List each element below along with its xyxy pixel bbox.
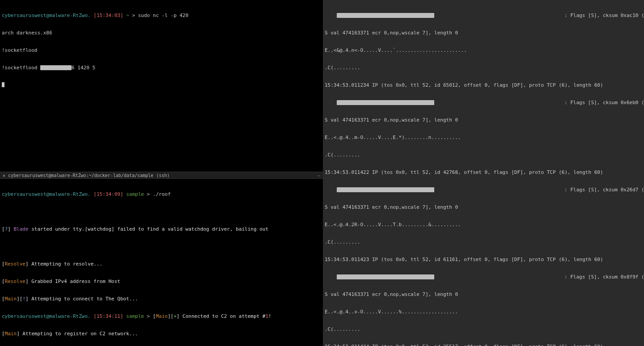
output-line: .C(......... xyxy=(325,239,642,245)
output-line: 15:34:53.011234 IP (tos 0x0, ttl 52, id … xyxy=(325,82,642,88)
output-line: 15:34:53.011423 IP (tos 0x0, ttl 52, id … xyxy=(325,257,642,262)
output-line: X : Flags [S], cksum 0xac10 (correct), s… xyxy=(325,13,642,18)
tab-title[interactable]: cybersauruswest@malware-RtZwo:~/docker-l… xyxy=(8,173,169,178)
prompt-path: ~ xyxy=(126,13,129,18)
terminal-top-pane[interactable]: cybersauruswest@malware-RtZwo. [15:34:03… xyxy=(0,0,323,172)
tcpdump-pane[interactable]: X : Flags [S], cksum 0xac10 (correct), s… xyxy=(323,0,644,346)
minimize-icon[interactable]: — xyxy=(318,173,320,178)
redacted-ip: X xyxy=(40,65,72,70)
cursor-line xyxy=(2,82,321,88)
prompt-line: cybersauruswest@malware-RtZwo. [15:34:03… xyxy=(2,13,321,18)
output-line: .C(......... xyxy=(325,152,642,158)
output-line: .C(......... xyxy=(325,326,642,332)
command-text: sudo nc -l -p 420 xyxy=(138,13,189,18)
output-line: [Main] Attempting to register on C2 netw… xyxy=(2,331,321,337)
output-line: S val 474163371 ecr 0,nop,wscale 7], len… xyxy=(325,30,642,36)
prompt-time: [15:34:03] xyxy=(93,13,123,18)
redacted-ip: X xyxy=(337,274,434,279)
output-line: !socketflood X6 1420 5 xyxy=(2,65,321,71)
output-line: X : Flags [S], cksum 0x6eb0 (correct), s… xyxy=(325,100,642,105)
output-line: [Resolve] Grabbed IPv4 address from Host xyxy=(2,278,321,284)
prompt-host: malware-RtZwo xyxy=(49,13,88,18)
close-icon[interactable]: ✕ xyxy=(3,173,5,178)
output-line: arch darkness.x86 xyxy=(2,30,321,36)
output-line: E..<.@.4..m-O.....V....E.*)........n....… xyxy=(325,135,642,140)
output-line: 15:34:53.011424 IP (tos 0x0, ttl 52, id … xyxy=(325,344,642,346)
redacted-ip: X xyxy=(337,187,434,192)
output-line: 15:34:53.011422 IP (tos 0x0, ttl 52, id … xyxy=(325,169,642,175)
prompt-line: cybersauruswest@malware-RtZwo. [15:34:11… xyxy=(2,313,321,319)
output-line: [Main][!] Attempting to connect to The Q… xyxy=(2,296,321,302)
output-line: S val 474163371 ecr 0,nop,wscale 7], len… xyxy=(325,117,642,123)
left-column: cybersauruswest@malware-RtZwo. [15:34:03… xyxy=(0,0,323,346)
output-line: !socketflood xyxy=(2,47,321,53)
redacted-ip: X xyxy=(337,13,434,18)
prompt-line: cybersauruswest@malware-RtZwo. [15:34:09… xyxy=(2,191,321,197)
prompt-user: cybersauruswest xyxy=(2,13,46,18)
blank-line xyxy=(2,209,321,215)
output-line: X : Flags [S], cksum 0x26d7 (correct), s… xyxy=(325,187,642,193)
output-line: E..<.@.4..x-O.....V......%..............… xyxy=(325,309,642,315)
cursor-icon xyxy=(2,82,4,87)
blank-line xyxy=(2,244,321,249)
output-line: X : Flags [S], cksum 0x8f9f (correct), s… xyxy=(325,274,642,280)
output-line: S val 474163371 ecr 0,nop,wscale 7], len… xyxy=(325,291,642,297)
redacted-ip: X xyxy=(337,100,434,105)
tab-bar: ✕ cybersauruswest@malware-RtZwo:~/docker… xyxy=(0,172,323,179)
output-line: [Resolve] Attempting to resolve... xyxy=(2,261,321,267)
output-line: S val 474163371 ecr 0,nop,wscale 7], len… xyxy=(325,204,642,210)
output-line: E..<.@.4.2R-O.....V....T.b.........&....… xyxy=(325,222,642,228)
output-line: .C(......... xyxy=(325,65,642,71)
output-line: E..<&@.4.n<-O.....V....`................… xyxy=(325,47,642,53)
terminal-bottom-pane[interactable]: cybersauruswest@malware-RtZwo. [15:34:09… xyxy=(0,179,323,346)
output-line: [?] Blade started under tty.[watchdog] f… xyxy=(2,226,321,232)
